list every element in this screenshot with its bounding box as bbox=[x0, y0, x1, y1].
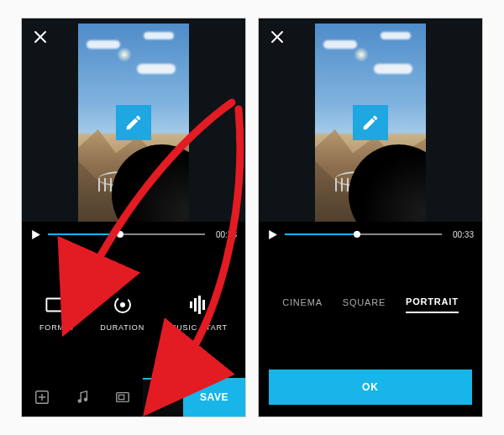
tool-format[interactable]: FORMAT bbox=[39, 293, 75, 332]
edit-clip-button[interactable] bbox=[116, 105, 151, 140]
editor-screen-left: 00:33 FORMAT DURATION bbox=[21, 18, 246, 417]
add-media-icon bbox=[34, 390, 50, 405]
pencil-icon bbox=[124, 113, 143, 132]
aspect-label: PORTRAIT bbox=[406, 296, 459, 307]
close-button[interactable] bbox=[267, 27, 287, 47]
tools-row: FORMAT DURATION MUSIC START bbox=[22, 247, 245, 378]
bottom-tabbar: SAVE bbox=[22, 378, 245, 417]
aspect-options: CINEMA SQUARE PORTRAIT bbox=[259, 247, 482, 363]
play-icon bbox=[30, 229, 41, 240]
tab-music[interactable] bbox=[62, 378, 102, 417]
play-button[interactable] bbox=[30, 229, 41, 240]
wrench-icon bbox=[155, 390, 171, 406]
edit-clip-button[interactable] bbox=[353, 105, 388, 140]
save-button[interactable]: SAVE bbox=[183, 378, 245, 417]
aspect-label: CINEMA bbox=[282, 297, 323, 307]
svg-rect-3 bbox=[190, 301, 192, 308]
play-button[interactable] bbox=[267, 229, 278, 240]
aspect-label: SQUARE bbox=[343, 297, 386, 307]
svg-point-2 bbox=[120, 302, 125, 307]
ok-wrap: OK bbox=[259, 363, 482, 417]
aspect-cinema[interactable]: CINEMA bbox=[282, 297, 323, 312]
layout-icon bbox=[115, 390, 130, 405]
close-icon bbox=[270, 30, 284, 44]
save-label: SAVE bbox=[200, 391, 228, 403]
svg-point-9 bbox=[84, 397, 88, 401]
video-preview bbox=[22, 18, 245, 222]
music-icon bbox=[75, 390, 90, 405]
music-start-icon bbox=[186, 293, 210, 317]
tool-duration[interactable]: DURATION bbox=[100, 293, 144, 332]
duration-icon bbox=[111, 293, 134, 317]
svg-rect-4 bbox=[194, 298, 197, 312]
playback-bar: 00:33 bbox=[22, 222, 245, 247]
svg-rect-5 bbox=[198, 296, 201, 314]
seek-knob[interactable] bbox=[354, 231, 360, 238]
close-icon bbox=[34, 30, 47, 44]
tab-settings[interactable] bbox=[143, 378, 183, 417]
video-preview bbox=[259, 18, 482, 222]
tool-music-start[interactable]: MUSIC START bbox=[170, 293, 228, 332]
tool-label: FORMAT bbox=[39, 323, 75, 332]
seek-track[interactable] bbox=[48, 233, 205, 235]
preview-media bbox=[315, 24, 426, 222]
seek-progress bbox=[285, 233, 357, 235]
time-remaining: 00:33 bbox=[212, 230, 237, 239]
svg-rect-11 bbox=[119, 395, 124, 399]
tab-add-media[interactable] bbox=[22, 378, 62, 417]
pencil-icon bbox=[361, 113, 380, 132]
close-button[interactable] bbox=[30, 27, 50, 47]
ok-button[interactable]: OK bbox=[269, 369, 472, 405]
playback-bar: 00:33 bbox=[259, 222, 482, 247]
time-remaining: 00:33 bbox=[449, 230, 474, 239]
svg-rect-0 bbox=[47, 299, 68, 312]
tab-layout[interactable] bbox=[102, 378, 143, 417]
seek-progress bbox=[48, 233, 120, 235]
seek-track[interactable] bbox=[285, 233, 442, 235]
play-icon bbox=[267, 229, 278, 240]
ok-label: OK bbox=[362, 381, 379, 393]
tool-label: MUSIC START bbox=[170, 323, 228, 332]
format-icon bbox=[45, 293, 69, 317]
aspect-portrait[interactable]: PORTRAIT bbox=[406, 296, 459, 313]
editor-screen-right: 00:33 CINEMA SQUARE PORTRAIT OK bbox=[258, 18, 483, 417]
tool-label: DURATION bbox=[100, 323, 144, 332]
preview-media bbox=[78, 24, 189, 222]
svg-rect-6 bbox=[202, 300, 205, 310]
seek-knob[interactable] bbox=[117, 231, 123, 238]
aspect-square[interactable]: SQUARE bbox=[343, 297, 386, 312]
